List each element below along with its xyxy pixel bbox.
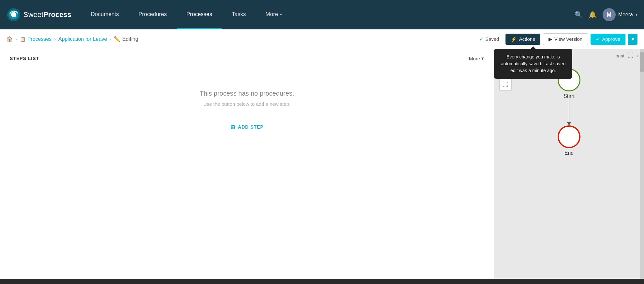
main-area: STEPS LIST More ▾ This process has no pr… xyxy=(0,49,644,284)
current-page: ✏️ Editing xyxy=(114,36,138,42)
fullscreen-button[interactable]: ⛶ xyxy=(500,79,511,90)
end-label: End xyxy=(564,150,574,156)
page-link[interactable]: Application for Leave xyxy=(58,36,107,42)
search-button[interactable]: 🔍 xyxy=(575,11,583,19)
svg-point-2 xyxy=(11,12,16,17)
nav-item-tasks[interactable]: Tasks xyxy=(222,0,256,29)
logo-text: SweetProcess xyxy=(23,10,71,19)
scrollbar-thumb[interactable] xyxy=(640,52,644,72)
breadcrumb: 🏠 › 📋 Processes › Application for Leave … xyxy=(7,36,476,42)
logo[interactable]: SweetProcess xyxy=(7,8,71,22)
right-scrollbar[interactable] xyxy=(640,49,644,284)
bottom-bar xyxy=(0,279,644,284)
right-panel: + − ⛶ print ⛶ › Start End xyxy=(494,49,644,284)
breadcrumb-bar: 🏠 › 📋 Processes › Application for Leave … xyxy=(0,29,644,49)
approve-check-icon: ✓ xyxy=(596,36,600,42)
user-menu[interactable]: M Meera ▾ xyxy=(603,8,637,21)
breadcrumb-actions: ✓ Saved ⚡ Actions ▶ View Version ✓ Appro… xyxy=(476,33,637,45)
add-step-line-right xyxy=(269,127,484,127)
approve-dropdown-button[interactable]: ▾ xyxy=(628,34,637,45)
nav-item-processes[interactable]: Processes xyxy=(177,0,222,29)
sep-1: › xyxy=(16,37,17,42)
more-chevron-icon: ▾ xyxy=(280,12,282,17)
view-version-icon: ▶ xyxy=(549,36,552,42)
nav-right: 🔍 🔔 M Meera ▾ xyxy=(575,8,637,21)
approve-button[interactable]: ✓ Approve xyxy=(591,34,625,45)
steps-title: STEPS LIST xyxy=(10,56,39,61)
bell-button[interactable]: 🔔 xyxy=(589,11,597,19)
nav-item-procedures[interactable]: Procedures xyxy=(129,0,177,29)
arrow-head xyxy=(567,122,571,125)
sep-2: › xyxy=(54,37,56,42)
empty-state-title: This process has no procedures. xyxy=(199,90,294,97)
start-label: Start xyxy=(564,93,575,99)
add-step-plus-icon: ⊕ xyxy=(230,123,236,131)
autosave-tooltip: Every change you make is automatically s… xyxy=(494,49,572,79)
user-name: Meera xyxy=(618,12,633,18)
next-button[interactable]: › xyxy=(637,52,639,59)
actions-button[interactable]: ⚡ Actions xyxy=(505,34,540,45)
steps-more-button[interactable]: More ▾ xyxy=(469,55,484,61)
nav-links: Documents Procedures Processes Tasks Mor… xyxy=(81,0,575,29)
diagram-top-right: print ⛶ › xyxy=(616,52,639,59)
expand-button[interactable]: ⛶ xyxy=(628,52,634,59)
sep-3: › xyxy=(110,37,111,42)
nav-item-documents[interactable]: Documents xyxy=(81,0,129,29)
view-version-button[interactable]: ▶ View Version xyxy=(543,33,588,45)
edit-icon: ✏️ xyxy=(114,36,120,42)
empty-state: This process has no procedures. Use the … xyxy=(10,70,484,113)
home-link[interactable]: 🏠 xyxy=(7,36,13,42)
add-step-area: ⊕ ADD STEP xyxy=(10,123,484,131)
add-step-button[interactable]: ⊕ ADD STEP xyxy=(225,123,269,131)
nav-item-more[interactable]: More ▾ xyxy=(256,0,292,29)
steps-header: STEPS LIST More ▾ xyxy=(10,55,484,65)
empty-state-subtitle: Use the button below to add a new step. xyxy=(203,101,291,107)
processes-link[interactable]: 📋 Processes xyxy=(20,36,52,42)
arrow-line xyxy=(569,99,569,122)
flow-arrow xyxy=(567,99,571,125)
actions-icon: ⚡ xyxy=(511,36,517,42)
user-chevron-icon: ▾ xyxy=(636,12,637,17)
approve-chevron-icon: ▾ xyxy=(632,36,634,42)
saved-indicator: ✓ Saved xyxy=(476,34,503,44)
add-step-line-left xyxy=(10,127,225,127)
avatar: M xyxy=(603,8,616,21)
navbar: SweetProcess Documents Procedures Proces… xyxy=(0,0,644,29)
steps-more-chevron-icon: ▾ xyxy=(481,55,484,61)
print-button[interactable]: print xyxy=(616,53,624,58)
end-node-wrapper: End xyxy=(558,125,580,156)
logo-icon xyxy=(7,8,21,22)
end-node xyxy=(558,125,580,148)
left-panel: STEPS LIST More ▾ This process has no pr… xyxy=(0,49,494,284)
